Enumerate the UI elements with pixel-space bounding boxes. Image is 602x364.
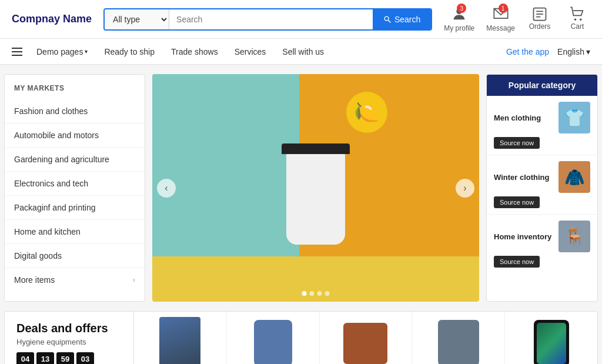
search-button[interactable]: Search xyxy=(373,9,431,29)
orders-icon xyxy=(531,6,548,22)
hamburger-menu[interactable] xyxy=(12,42,28,62)
svg-point-0 xyxy=(384,16,389,21)
laptop-image xyxy=(343,323,387,364)
search-input[interactable] xyxy=(169,9,373,29)
chair-image xyxy=(438,320,479,364)
main-content: MY MARKETS Fashion and clothes Automobil… xyxy=(4,74,598,302)
timer-ms: 03 xyxy=(76,352,94,365)
deals-timer: 04 13 59 03 xyxy=(16,352,122,365)
banner-dots xyxy=(302,291,330,296)
nav-services[interactable]: Services xyxy=(226,40,275,64)
deal-product-jeans[interactable] xyxy=(134,312,227,364)
banner-next-button[interactable]: › xyxy=(456,179,474,198)
cart-icon xyxy=(569,6,586,22)
sidebar-item-digital[interactable]: Digital goods xyxy=(5,244,145,268)
timer-seconds: 59 xyxy=(56,352,74,365)
popular-men-clothing-name: Men clothing xyxy=(494,113,541,122)
nav-right: Get the app English ▾ xyxy=(506,47,590,56)
sidebar-item-more[interactable]: More items › xyxy=(5,268,145,292)
banner-image: 🍋 xyxy=(152,74,479,256)
popular-winter-clothing-name: Winter clothing xyxy=(494,173,550,182)
nav-left: Demo pages Ready to ship Trade shows Ser… xyxy=(12,40,506,64)
search-bar: All type Products Suppliers Buyers Searc… xyxy=(103,8,432,31)
search-icon xyxy=(383,15,392,24)
home-inventory-image: 🪑 xyxy=(558,221,590,252)
banner-prev-button[interactable]: ‹ xyxy=(157,179,176,198)
nav-ready-to-ship[interactable]: Ready to ship xyxy=(96,40,163,64)
deals-section: Deals and offers Hygiene equipments 04 1… xyxy=(4,311,598,364)
svg-point-7 xyxy=(574,19,577,21)
men-clothing-image: 👕 xyxy=(558,102,590,133)
backpack-image xyxy=(254,320,292,364)
svg-point-8 xyxy=(580,19,582,21)
profile-label: My profile xyxy=(444,24,474,32)
logo: Compnay Name xyxy=(12,13,92,25)
header-icons: 3 My profile 1 Message Orders Cart xyxy=(444,6,590,32)
deal-product-watch[interactable] xyxy=(505,312,597,364)
chevron-down-icon: ▾ xyxy=(586,47,590,56)
nav: Demo pages Ready to ship Trade shows Ser… xyxy=(0,39,602,65)
sidebar-title: MY MARKETS xyxy=(5,84,145,99)
men-clothing-source-btn[interactable]: Source now xyxy=(494,137,540,149)
nav-demo-pages[interactable]: Demo pages xyxy=(28,40,96,64)
hamburger-icon xyxy=(12,48,22,56)
deals-subtitle: Hygiene equipments xyxy=(16,338,122,346)
winter-clothing-source-btn[interactable]: Source now xyxy=(494,196,540,208)
popular-home-inventory-name: Home inventory xyxy=(494,232,551,241)
banner-lemon: 🍋 xyxy=(346,92,387,133)
deals-info: Deals and offers Hygiene equipments 04 1… xyxy=(5,312,134,364)
watch-screen xyxy=(537,323,566,364)
sidebar-item-packaging[interactable]: Packaginf and printing xyxy=(5,196,145,220)
get-app-link[interactable]: Get the app xyxy=(506,47,549,56)
sidebar: MY MARKETS Fashion and clothes Automobil… xyxy=(4,74,145,302)
banner: 🍋 ‹ › xyxy=(152,74,479,302)
sidebar-item-home-kitchen[interactable]: Home and kitchen xyxy=(5,220,145,244)
home-inventory-source-btn[interactable]: Source now xyxy=(494,256,540,268)
banner-cup xyxy=(286,151,345,245)
sidebar-item-fashion[interactable]: Fashion and clothes xyxy=(5,99,145,123)
banner-dot-1[interactable] xyxy=(302,291,307,296)
banner-dot-4[interactable] xyxy=(325,291,330,296)
winter-clothing-image: 🧥 xyxy=(558,161,590,193)
cart-button[interactable]: Cart xyxy=(564,6,590,32)
cart-label: Cart xyxy=(571,22,584,31)
deal-product-backpack[interactable] xyxy=(227,312,320,364)
message-label: Message xyxy=(486,24,515,32)
sidebar-item-electronics[interactable]: Electronics and tech xyxy=(5,172,145,196)
message-badge: 1 xyxy=(499,4,508,13)
header: Compnay Name All type Products Suppliers… xyxy=(0,0,602,39)
orders-button[interactable]: Orders xyxy=(527,6,553,32)
nav-trade-shows[interactable]: Trade shows xyxy=(163,40,226,64)
svg-line-1 xyxy=(388,20,390,22)
timer-hours: 04 xyxy=(16,352,34,365)
deal-product-chair[interactable] xyxy=(412,312,505,364)
message-button[interactable]: 1 Message xyxy=(486,6,515,32)
watch-image xyxy=(534,320,569,364)
popular-title: Popular category xyxy=(487,75,597,96)
language-selector[interactable]: English ▾ xyxy=(557,47,590,56)
popular-item-winter-clothing: Winter clothing 🧥 Source now xyxy=(487,155,597,215)
popular-panel: Popular category Men clothing 👕 Source n… xyxy=(486,74,598,302)
sidebar-item-automobile[interactable]: Automobile and motors xyxy=(5,123,145,148)
my-profile-button[interactable]: 3 My profile xyxy=(444,6,474,32)
chevron-right-icon: › xyxy=(133,276,135,284)
sidebar-item-gardening[interactable]: Gardening and agriculture xyxy=(5,148,145,172)
banner-dot-3[interactable] xyxy=(317,291,322,296)
deals-products xyxy=(134,312,597,364)
nav-sell-with-us[interactable]: Sell with us xyxy=(274,40,332,64)
deal-product-laptop[interactable] xyxy=(320,312,413,364)
banner-dot-2[interactable] xyxy=(310,291,315,296)
jeans-image xyxy=(159,317,200,364)
search-type-select[interactable]: All type Products Suppliers Buyers xyxy=(105,9,169,29)
deals-title: Deals and offers xyxy=(16,322,122,335)
popular-item-home-inventory: Home inventory 🪑 Source now xyxy=(487,215,597,273)
orders-label: Orders xyxy=(529,22,551,31)
popular-item-men-clothing: Men clothing 👕 Source now xyxy=(487,96,597,155)
timer-minutes: 13 xyxy=(36,352,54,365)
banner-cup-lid xyxy=(282,143,350,154)
